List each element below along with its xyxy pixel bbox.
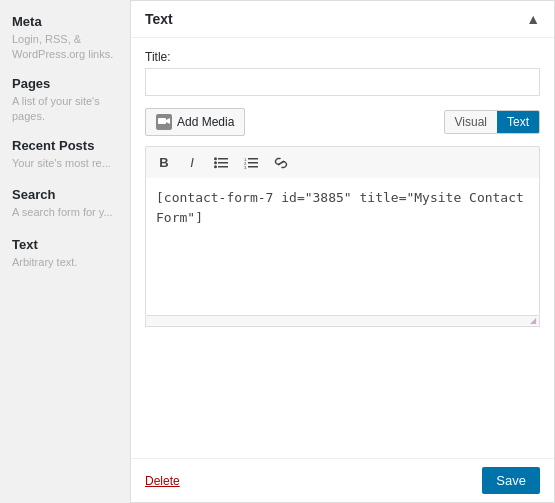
title-label: Title:: [145, 50, 540, 64]
sidebar-item-search-title: Search: [12, 187, 118, 202]
collapse-icon[interactable]: ▲: [526, 11, 540, 27]
svg-rect-3: [218, 162, 228, 164]
svg-text:3.: 3.: [244, 164, 247, 169]
add-media-label: Add Media: [177, 115, 234, 129]
text-editor[interactable]: [contact-form-7 id="3885" title="Mysite …: [145, 178, 540, 316]
svg-point-6: [214, 161, 217, 164]
svg-rect-10: [248, 166, 258, 168]
sidebar-item-pages-desc: A list of your site's pages.: [12, 94, 118, 122]
sidebar-item-meta-desc: Login, RSS, & WordPress.org links.: [12, 32, 118, 60]
resize-dots-icon: ◢: [530, 317, 536, 325]
ordered-list-button[interactable]: 1. 2. 3.: [238, 154, 264, 172]
svg-rect-8: [248, 158, 258, 160]
bold-button[interactable]: B: [152, 152, 176, 173]
title-input[interactable]: [145, 68, 540, 96]
svg-rect-4: [218, 166, 228, 168]
editor-container: B I: [145, 146, 540, 327]
toolbar-row: Add Media Visual Text: [145, 108, 540, 136]
sidebar-item-pages-title: Pages: [12, 76, 118, 91]
svg-rect-9: [248, 162, 258, 164]
delete-link[interactable]: Delete: [145, 474, 180, 488]
sidebar-item-meta-title: Meta: [12, 14, 118, 29]
sidebar-item-search-desc: A search form for y...: [12, 205, 118, 220]
widget-title: Text: [145, 11, 173, 27]
sidebar-item-text-desc: Arbitrary text.: [12, 255, 118, 270]
tab-text[interactable]: Text: [497, 111, 539, 133]
svg-marker-1: [166, 118, 170, 124]
sidebar: Meta Login, RSS, & WordPress.org links. …: [0, 0, 130, 503]
svg-rect-0: [158, 118, 166, 124]
save-button[interactable]: Save: [482, 467, 540, 494]
widget-header[interactable]: Text ▲: [131, 1, 554, 38]
sidebar-item-recent-posts[interactable]: Recent Posts Your site's most re...: [0, 132, 130, 177]
add-media-icon: [156, 114, 172, 130]
svg-point-5: [214, 157, 217, 160]
format-toolbar: B I: [145, 146, 540, 178]
sidebar-item-recent-posts-title: Recent Posts: [12, 138, 118, 153]
view-tabs: Visual Text: [444, 110, 540, 134]
widget-body: Title: Add Media Visual Text: [131, 38, 554, 458]
sidebar-item-meta[interactable]: Meta Login, RSS, & WordPress.org links.: [0, 8, 130, 66]
svg-line-14: [279, 161, 284, 164]
svg-rect-2: [218, 158, 228, 160]
add-media-button[interactable]: Add Media: [145, 108, 245, 136]
tab-visual[interactable]: Visual: [445, 111, 497, 133]
resize-handle[interactable]: ◢: [145, 316, 540, 327]
title-field-group: Title:: [145, 50, 540, 96]
widget-footer: Delete Save: [131, 458, 554, 502]
italic-button[interactable]: I: [180, 152, 204, 173]
svg-point-7: [214, 165, 217, 168]
widget-panel: Text ▲ Title: Add Media Visual Text: [130, 0, 555, 503]
sidebar-item-text[interactable]: Text Arbitrary text.: [0, 231, 130, 276]
sidebar-item-pages[interactable]: Pages A list of your site's pages.: [0, 70, 130, 128]
unordered-list-button[interactable]: [208, 154, 234, 172]
sidebar-item-recent-posts-desc: Your site's most re...: [12, 156, 118, 171]
link-button[interactable]: [268, 154, 294, 172]
sidebar-item-search[interactable]: Search A search form for y...: [0, 181, 130, 226]
sidebar-item-text-title: Text: [12, 237, 118, 252]
